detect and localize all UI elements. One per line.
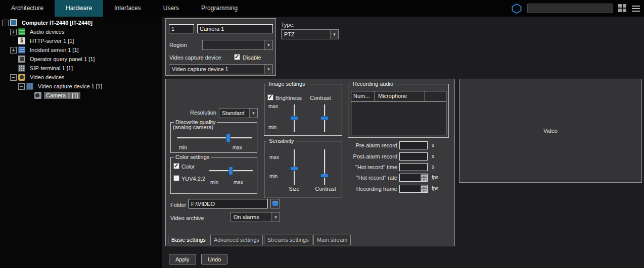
camera-id-field[interactable]	[169, 24, 194, 33]
brightness-label: Brightness	[275, 95, 302, 101]
menu-programming[interactable]: Programming	[190, 0, 249, 17]
yuv-checkbox[interactable]	[173, 175, 179, 181]
spin-down-icon[interactable]	[421, 189, 427, 192]
menu-users[interactable]: Users	[152, 0, 190, 17]
computer-icon	[10, 19, 17, 26]
undo-button[interactable]: Undo	[201, 254, 227, 264]
size-label: Size	[284, 186, 304, 192]
chevron-down-icon	[330, 30, 338, 39]
brightness-checkbox[interactable]	[267, 94, 273, 100]
post-alarm-record-field[interactable]	[399, 152, 428, 160]
expand-icon[interactable]	[10, 29, 17, 35]
color-slider-handle[interactable]	[228, 167, 233, 175]
pre-alarm-record-label: Pre-alarm record	[333, 142, 397, 148]
spin-up-icon[interactable]	[421, 174, 427, 178]
sensitivity-legend: Sensitivity	[267, 138, 296, 144]
discwrite-slider-handle[interactable]	[226, 134, 231, 142]
spin-down-icon[interactable]	[421, 178, 427, 181]
incident-server-icon	[18, 46, 25, 53]
pre-alarm-record-row: Pre-alarm record s	[333, 141, 450, 149]
color-checkbox[interactable]	[173, 163, 179, 169]
settings-tabstrip: Basic settings Advanced settings Streams…	[168, 235, 352, 245]
recording-frame-unit: fps	[432, 186, 438, 191]
analog-camera-label: (analog camera)	[173, 124, 213, 130]
video-preview-panel: Video	[459, 79, 642, 183]
hot-record-rate-label: "Hot record" rate	[333, 175, 397, 181]
menu-architecture[interactable]: Architecture	[0, 0, 55, 17]
hot-record-rate-stepper	[421, 174, 427, 181]
brightness-slider-handle[interactable]	[290, 116, 298, 120]
sensitivity-size-slider	[290, 149, 298, 185]
capture-device-value: Video capture device 1	[169, 66, 264, 72]
color-label: Color	[181, 164, 195, 170]
video-archive-label: Video archive	[170, 215, 204, 221]
tree-item-video-devices[interactable]: Video devices	[0, 73, 162, 82]
hamburger-menu-icon[interactable]	[632, 6, 640, 12]
size-slider-handle[interactable]	[290, 167, 298, 171]
pre-alarm-record-unit: s	[432, 142, 434, 148]
video-placeholder-label: Video	[543, 128, 558, 134]
tree-item-http-server[interactable]: HTTP-server 1 [1]	[0, 36, 162, 45]
menubar: Architecture Hardware Interfaces Users P…	[0, 0, 644, 17]
sensitivity-contrast-slider-track	[324, 149, 326, 185]
tree-item-sip-terminal[interactable]: SIP-terminal 1 [1]	[0, 64, 162, 73]
device-tree: Computer IT-2440 [IT-2440] Audio devices…	[0, 17, 162, 268]
pre-alarm-record-field[interactable]	[399, 141, 428, 149]
discwrite-slider-track	[177, 137, 252, 139]
sensitivity-contrast-slider-handle[interactable]	[320, 174, 329, 178]
region-label: Region	[169, 42, 187, 48]
collapse-icon[interactable]	[18, 83, 25, 90]
recording-frame-stepper	[421, 185, 427, 192]
recording-frame-label: Recording frame	[333, 186, 397, 192]
resolution-select[interactable]: Standard	[219, 108, 258, 118]
folder-field[interactable]	[189, 199, 268, 208]
apply-button[interactable]: Apply	[169, 254, 196, 264]
tab-basic-settings[interactable]: Basic settings	[168, 235, 209, 245]
expander-spacer	[10, 56, 17, 63]
hot-record-time-unit: s	[432, 164, 434, 170]
tree-item-label: Audio devices	[28, 28, 67, 35]
collapse-icon[interactable]	[10, 74, 17, 81]
region-select[interactable]	[202, 40, 273, 50]
tree-item-camera-1[interactable]: Camera 1 [1]	[0, 91, 162, 100]
chevron-down-icon	[264, 40, 272, 49]
discwrite-quality-group: Discwrite quality (analog camera) min ma…	[170, 122, 257, 153]
type-select[interactable]: PTZ	[281, 29, 339, 39]
disable-checkbox[interactable]	[234, 54, 240, 60]
audio-table-body[interactable]	[351, 102, 446, 135]
tab-advanced-settings[interactable]: Advanced settings	[210, 235, 263, 245]
tab-main-stream[interactable]: Main stream	[313, 235, 351, 245]
capture-device-select[interactable]: Video capture device 1	[169, 64, 273, 74]
menu-hardware[interactable]: Hardware	[55, 0, 103, 17]
hot-record-time-field[interactable]	[399, 163, 428, 171]
video-archive-select[interactable]: On alarms	[231, 212, 280, 222]
contrast-slider-handle[interactable]	[320, 116, 329, 120]
tab-streams-settings[interactable]: Streams settings	[264, 235, 312, 245]
post-alarm-record-row: Post-alarm record s	[333, 152, 450, 160]
expander-spacer	[10, 38, 17, 44]
expand-icon[interactable]	[10, 47, 17, 53]
menu-interfaces[interactable]: Interfaces	[103, 0, 152, 17]
tree-item-label: Incident server 1 [1]	[28, 46, 81, 53]
tree-item-label: HTTP-server 1 [1]	[28, 37, 76, 44]
camera-name-field[interactable]	[197, 24, 273, 33]
tree-item-operator-query-panel[interactable]: Operator query panel 1 [1]	[0, 55, 162, 64]
tree-item-audio-devices[interactable]: Audio devices	[0, 27, 162, 36]
search-input[interactable]	[527, 4, 613, 13]
layout-grid-icon[interactable]	[618, 4, 627, 13]
min-label: min	[179, 145, 187, 150]
collapse-icon[interactable]	[2, 20, 9, 26]
tree-item-computer[interactable]: Computer IT-2440 [IT-2440]	[0, 18, 162, 27]
chevron-down-icon	[264, 65, 272, 74]
http-server-icon	[18, 37, 25, 44]
tree-item-label-selected: Camera 1 [1]	[44, 92, 80, 99]
column-microphone: Microphone	[375, 91, 425, 101]
max-label: max	[268, 103, 278, 109]
folder-browse-button[interactable]	[270, 199, 280, 208]
tree-item-incident-server[interactable]: Incident server 1 [1]	[0, 45, 162, 55]
spin-up-icon[interactable]	[421, 185, 427, 189]
hot-record-rate-unit: fps	[432, 175, 438, 180]
tree-item-video-capture-device[interactable]: Video capture device 1 [1]	[0, 82, 162, 91]
expander-spacer	[10, 65, 17, 72]
disable-label: Disable	[243, 55, 261, 61]
